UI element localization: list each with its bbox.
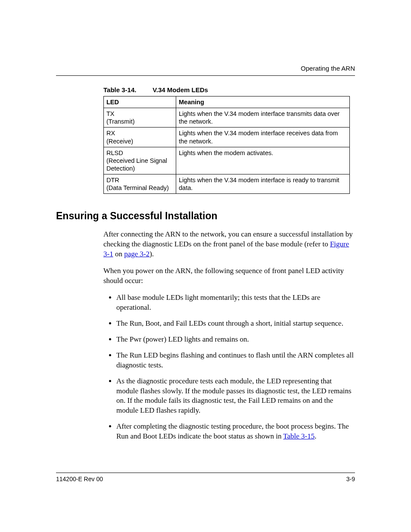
section-heading: Ensuring a Successful Installation xyxy=(56,210,355,222)
footer-page-number: 3-9 xyxy=(346,476,355,482)
list-item: All base module LEDs light momentarily; … xyxy=(116,293,355,313)
col-header-meaning: Meaning xyxy=(176,96,350,108)
intro-paragraph-1: After connecting the ARN to the network,… xyxy=(103,230,355,259)
led-expansion: (Transmit) xyxy=(106,118,135,125)
cell-led: RX (Receive) xyxy=(104,128,176,147)
list-item: The Run, Boot, and Fail LEDs count throu… xyxy=(116,319,355,329)
table-caption: Table 3-14. V.34 Modem LEDs xyxy=(103,86,355,93)
text-run: ). xyxy=(149,250,154,258)
modem-led-table: LED Meaning TX (Transmit) Lights when th… xyxy=(103,96,350,194)
link-page-3-2[interactable]: page 3-2 xyxy=(124,250,149,258)
col-header-led: LED xyxy=(104,96,176,108)
page-footer: 114200-E Rev 00 3-9 xyxy=(56,473,355,482)
header-rule xyxy=(56,75,355,76)
table-row: RX (Receive) Lights when the V.34 modem … xyxy=(104,128,350,147)
text-run: . xyxy=(314,432,316,440)
link-table-3-15[interactable]: Table 3-15 xyxy=(283,432,314,440)
cell-led: DTR (Data Terminal Ready) xyxy=(104,174,176,194)
led-expansion: (Data Terminal Ready) xyxy=(106,184,169,191)
cell-meaning: Lights when the V.34 modem interface rec… xyxy=(176,128,350,147)
led-name: RX xyxy=(106,130,115,137)
table-number: Table 3-14. xyxy=(103,86,151,93)
cell-led: RLSD (Received Line Signal Detection) xyxy=(104,147,176,174)
table-title: V.34 Modem LEDs xyxy=(153,86,208,93)
text-run: After connecting the ARN to the network,… xyxy=(103,230,353,248)
table-row: RLSD (Received Line Signal Detection) Li… xyxy=(104,147,350,174)
intro-paragraph-2: When you power on the ARN, the following… xyxy=(103,266,355,286)
table-row: DTR (Data Terminal Ready) Lights when th… xyxy=(104,174,350,194)
footer-rule xyxy=(56,473,355,473)
list-item: The Run LED begins flashing and continue… xyxy=(116,351,355,370)
running-header: Operating the ARN xyxy=(56,65,355,72)
led-expansion: (Received Line Signal Detection) xyxy=(106,157,167,172)
footer-doc-id: 114200-E Rev 00 xyxy=(56,476,103,482)
cell-led: TX (Transmit) xyxy=(104,108,176,128)
list-item: The Pwr (power) LED lights and remains o… xyxy=(116,335,355,345)
list-item: As the diagnostic procedure tests each m… xyxy=(116,376,355,416)
text-run: on xyxy=(113,250,125,258)
led-sequence-list: All base module LEDs light momentarily; … xyxy=(103,293,355,442)
cell-meaning: Lights when the V.34 modem interface is … xyxy=(176,174,350,194)
led-name: DTR xyxy=(106,177,119,184)
table-row: TX (Transmit) Lights when the V.34 modem… xyxy=(104,108,350,128)
cell-meaning: Lights when the V.34 modem interface tra… xyxy=(176,108,350,128)
led-name: TX xyxy=(106,110,115,117)
list-item: After completing the diagnostic testing … xyxy=(116,422,355,442)
cell-meaning: Lights when the modem activates. xyxy=(176,147,350,174)
led-expansion: (Receive) xyxy=(106,138,133,145)
table-header-row: LED Meaning xyxy=(104,96,350,108)
led-name: RLSD xyxy=(106,149,123,156)
